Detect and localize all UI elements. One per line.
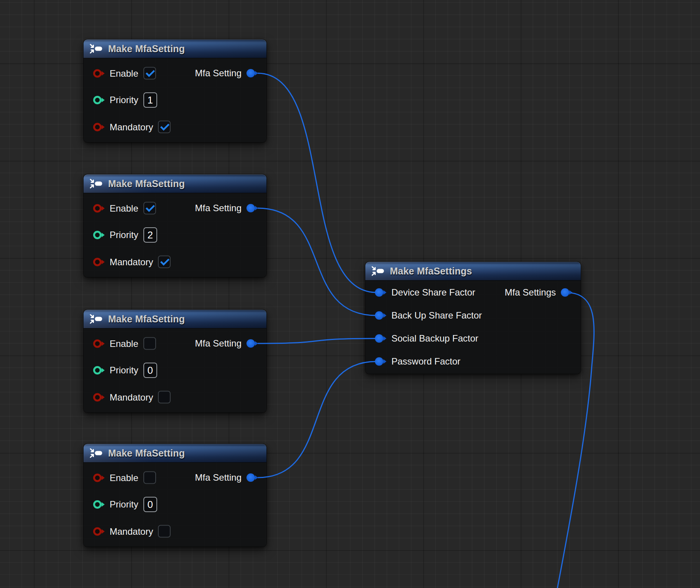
node-title: Make MfaSetting: [108, 448, 185, 459]
node-header[interactable]: Make MfaSettings: [365, 262, 581, 280]
pin-label-back-up-share-factor: Back Up Share Factor: [391, 310, 482, 321]
struct-pin-mfa-setting-output[interactable]: [246, 339, 258, 348]
node-make-mfasettings[interactable]: Make MfaSettings Device Share Factor Bac…: [365, 262, 581, 374]
mandatory-checkbox[interactable]: [158, 391, 171, 404]
pin-row-output: Mfa Setting: [195, 203, 258, 214]
struct-pin-password-factor[interactable]: [375, 357, 386, 366]
node-header[interactable]: Make MfaSetting: [84, 310, 266, 328]
pin-row-enable: Enable: [93, 67, 156, 80]
pin-row-mandatory: Mandatory: [93, 256, 171, 268]
bool-pin-enable[interactable]: [93, 473, 105, 482]
pin-row-priority: Priority 0: [93, 497, 157, 512]
bool-pin-mandatory[interactable]: [93, 258, 105, 266]
pin-label-enable: Enable: [110, 68, 138, 79]
wire-mfasetting3-to-social-backup-factor[interactable]: [258, 338, 376, 343]
make-struct-icon: [90, 44, 103, 54]
pin-row-priority: Priority 1: [93, 92, 157, 108]
pin-label-mfa-settings: Mfa Settings: [505, 287, 556, 298]
node-title: Make MfaSetting: [108, 43, 185, 54]
node-title: Make MfaSetting: [108, 314, 185, 325]
priority-value-input[interactable]: 0: [143, 363, 157, 378]
pin-row-output: Mfa Setting: [195, 338, 258, 349]
struct-pin-mfa-settings-output[interactable]: [561, 288, 572, 297]
struct-pin-device-share-factor[interactable]: [375, 288, 386, 297]
pin-label-enable: Enable: [110, 472, 138, 483]
pin-label-social-backup-factor: Social Backup Factor: [391, 333, 478, 344]
pin-label-mfa-setting: Mfa Setting: [195, 68, 242, 79]
bool-pin-mandatory[interactable]: [93, 393, 105, 401]
pin-label-mfa-setting: Mfa Setting: [195, 203, 242, 214]
make-struct-icon: [90, 314, 103, 324]
make-struct-icon: [90, 448, 103, 458]
pin-label-mandatory: Mandatory: [110, 256, 153, 267]
pin-label-priority: Priority: [110, 95, 138, 105]
pin-row-output: Mfa Setting: [195, 472, 258, 483]
struct-pin-back-up-share-factor[interactable]: [375, 311, 386, 320]
pin-label-mfa-setting: Mfa Setting: [195, 472, 242, 483]
pin-row-social-backup-factor: Social Backup Factor: [375, 333, 478, 344]
struct-pin-mfa-setting-output[interactable]: [246, 69, 258, 77]
wire-mfasetting4-to-password-factor[interactable]: [258, 361, 376, 478]
bool-pin-enable[interactable]: [93, 69, 105, 77]
pin-row-priority: Priority 2: [93, 227, 157, 243]
pin-label-mandatory: Mandatory: [110, 122, 153, 132]
pin-label-device-share-factor: Device Share Factor: [391, 287, 475, 298]
node-make-mfasetting-3[interactable]: Make MfaSetting Enable Priority 0 Mandat…: [84, 310, 266, 412]
priority-value-input[interactable]: 0: [143, 497, 157, 512]
pin-label-priority: Priority: [110, 365, 138, 376]
bool-pin-enable[interactable]: [93, 339, 105, 348]
enable-checkbox[interactable]: [143, 337, 156, 350]
node-header[interactable]: Make MfaSetting: [84, 174, 266, 193]
pin-row-enable: Enable: [93, 337, 156, 350]
bool-pin-mandatory[interactable]: [93, 527, 105, 535]
int-pin-priority[interactable]: [93, 96, 105, 104]
node-header[interactable]: Make MfaSetting: [84, 444, 266, 462]
pin-row-device-share-factor: Device Share Factor: [375, 287, 475, 298]
int-pin-priority[interactable]: [93, 231, 105, 239]
node-header[interactable]: Make MfaSetting: [84, 39, 266, 58]
pin-row-mandatory: Mandatory: [93, 121, 171, 133]
pin-row-mandatory: Mandatory: [93, 391, 171, 404]
int-pin-priority[interactable]: [93, 500, 105, 509]
node-make-mfasetting-1[interactable]: Make MfaSetting Enable Priority 1 Mandat…: [84, 39, 266, 142]
pin-label-priority: Priority: [110, 230, 138, 240]
struct-pin-mfa-setting-output[interactable]: [246, 473, 258, 482]
blueprint-graph-canvas[interactable]: Make MfaSetting Enable Priority 1 Mandat…: [0, 0, 700, 588]
wire-mfasetting2-to-back-up-share-factor[interactable]: [258, 208, 376, 315]
node-title: Make MfaSettings: [390, 266, 472, 277]
mandatory-checkbox[interactable]: [158, 525, 171, 538]
priority-value-input[interactable]: 1: [143, 92, 157, 108]
node-make-mfasetting-4[interactable]: Make MfaSetting Enable Priority 0 Mandat…: [84, 444, 266, 547]
struct-pin-mfa-setting-output[interactable]: [246, 204, 258, 212]
int-pin-priority[interactable]: [93, 366, 105, 374]
pin-row-output: Mfa Setting: [195, 68, 258, 79]
struct-pin-social-backup-factor[interactable]: [375, 334, 386, 343]
pin-label-enable: Enable: [110, 338, 138, 349]
pin-row-back-up-share-factor: Back Up Share Factor: [375, 310, 482, 321]
pin-label-mfa-setting: Mfa Setting: [195, 338, 242, 349]
node-title: Make MfaSetting: [108, 178, 185, 189]
enable-checkbox[interactable]: [143, 67, 156, 80]
bool-pin-mandatory[interactable]: [93, 123, 105, 131]
pin-row-output: Mfa Settings: [505, 287, 572, 298]
mandatory-checkbox[interactable]: [158, 256, 171, 268]
node-make-mfasetting-2[interactable]: Make MfaSetting Enable Priority 2 Mandat…: [84, 174, 266, 277]
bool-pin-enable[interactable]: [93, 204, 105, 212]
pin-label-enable: Enable: [110, 203, 138, 214]
make-struct-icon: [371, 266, 385, 276]
pin-row-password-factor: Password Factor: [375, 356, 460, 367]
pin-label-mandatory: Mandatory: [110, 526, 153, 537]
pin-label-password-factor: Password Factor: [391, 356, 460, 367]
pin-label-mandatory: Mandatory: [110, 392, 153, 402]
pin-label-priority: Priority: [110, 499, 138, 510]
enable-checkbox[interactable]: [143, 471, 156, 484]
wire-mfasetting1-to-device-share-factor[interactable]: [258, 73, 376, 292]
pin-row-enable: Enable: [93, 471, 156, 484]
pin-row-mandatory: Mandatory: [93, 525, 171, 538]
mandatory-checkbox[interactable]: [158, 121, 171, 133]
make-struct-icon: [90, 179, 103, 189]
pin-row-enable: Enable: [93, 202, 156, 215]
enable-checkbox[interactable]: [143, 202, 156, 215]
priority-value-input[interactable]: 2: [143, 227, 157, 243]
pin-row-priority: Priority 0: [93, 363, 157, 378]
